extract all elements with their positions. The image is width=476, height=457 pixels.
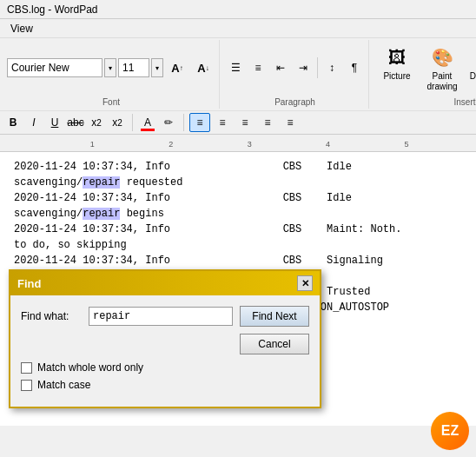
ruler-mark-1: 1: [90, 140, 95, 149]
ribbon-font-section: ▾ ▾ A↑ A↓ Font: [3, 40, 220, 109]
decrease-indent-btn[interactable]: ⇤: [270, 58, 291, 77]
highlight-repair-1: repair: [83, 176, 120, 189]
highlight-btn[interactable]: ✏: [159, 113, 178, 132]
find-body: Find what: Find Next Cancel Match whole …: [10, 295, 320, 407]
font-shrink-btn[interactable]: A↓: [191, 56, 215, 80]
match-whole-word-checkbox[interactable]: [21, 362, 32, 374]
ribbon-top-row: ▾ ▾ A↑ A↓ Font ☰ ≡ ⇤ ⇥ ↕ ¶ Paragra: [0, 38, 476, 110]
menu-bar: View: [0, 19, 476, 38]
match-case-row: Match case: [21, 379, 309, 391]
match-whole-word-label: Match whole word only: [37, 361, 143, 374]
picture-label: Picture: [383, 71, 410, 82]
italic-btn[interactable]: I: [24, 113, 43, 132]
ribbon-insert-section: 🖼 Picture 🎨 Paintdrawing 📅 Date andtime …: [371, 40, 476, 109]
doc-line-7: 2020-11-24 10:37:34, Info CBS Signaling: [14, 253, 462, 268]
list-bullets-btn[interactable]: ☰: [225, 58, 246, 77]
paragraph-mark-btn[interactable]: ¶: [344, 58, 365, 77]
font-name-input[interactable]: [7, 58, 102, 77]
superscript-btn[interactable]: x2: [87, 113, 106, 132]
ruler-mark-2: 2: [169, 140, 173, 149]
find-dialog-title: Find: [17, 277, 41, 290]
ruler-mark-4: 4: [326, 140, 330, 149]
find-title-bar: Find ✕: [10, 271, 320, 295]
ribbon-paragraph-top: ☰ ≡ ⇤ ⇥ ↕ ¶: [225, 40, 365, 96]
insert-datetime-btn[interactable]: 📅 Date andtime: [468, 43, 476, 92]
ribbon-insert-items: 🖼 Picture 🎨 Paintdrawing 📅 Date andtime …: [374, 40, 476, 96]
find-what-input[interactable]: [89, 307, 233, 326]
insert-picture-btn[interactable]: 🖼 Picture: [378, 43, 416, 92]
paragraph-section-label: Paragraph: [225, 96, 365, 109]
ribbon-format-row: B I U abc x2 x2 A ✏ ≡ ≡ ≡ ≡ ≡: [0, 110, 476, 134]
paint-icon: 🎨: [428, 43, 456, 71]
match-case-label: Match case: [37, 379, 90, 391]
insert-section-label: Insert: [374, 96, 476, 109]
title-bar: CBS.log - WordPad: [0, 0, 476, 19]
menu-view[interactable]: View: [3, 21, 40, 36]
find-cancel-row: Cancel: [21, 334, 309, 354]
doc-line-5: 2020-11-24 10:37:34, Info CBS Maint: Not…: [14, 222, 462, 237]
strikethrough-btn[interactable]: abc: [66, 113, 85, 132]
align-center-btn[interactable]: ≡: [212, 113, 233, 132]
doc-line-2: scavenging/repair requested: [14, 175, 462, 190]
line-spacing-btn[interactable]: ↕: [321, 58, 342, 77]
title-bar-text: CBS.log - WordPad: [7, 3, 98, 16]
find-cancel-btn[interactable]: Cancel: [240, 334, 309, 354]
ez-badge: EZ: [431, 412, 469, 450]
find-what-row: Find what: Find Next: [21, 306, 309, 327]
ruler-mark-3: 3: [248, 140, 252, 149]
ribbon-font-controls: ▾ ▾ A↑ A↓: [7, 40, 215, 96]
ruler: 1 2 3 4 5: [0, 135, 476, 152]
font-name-dropdown[interactable]: ▾: [104, 58, 116, 77]
insert-paint-btn[interactable]: 🎨 Paintdrawing: [423, 43, 461, 92]
ruler-inner: 1 2 3 4 5: [7, 135, 469, 151]
font-size-dropdown[interactable]: ▾: [151, 58, 163, 77]
doc-line-1: 2020-11-24 10:37:34, Info CBS Idle: [14, 159, 462, 175]
subscript-btn[interactable]: x2: [108, 113, 127, 132]
list-numbered-btn[interactable]: ≡: [248, 58, 268, 77]
find-close-btn[interactable]: ✕: [297, 275, 313, 291]
align-left-btn[interactable]: ≡: [189, 113, 210, 132]
format-divider1: [132, 114, 133, 131]
find-dialog: Find ✕ Find what: Find Next Cancel Match…: [9, 269, 321, 408]
bold-btn[interactable]: B: [3, 113, 23, 132]
doc-line-3: 2020-11-24 10:37:34, Info CBS Idle: [14, 190, 462, 206]
doc-line-6: to do, so skipping: [14, 237, 462, 253]
find-next-btn[interactable]: Find Next: [240, 306, 309, 327]
highlight-repair-2: repair: [83, 208, 120, 220]
underline-btn[interactable]: U: [45, 113, 64, 132]
font-grow-btn[interactable]: A↑: [165, 56, 189, 80]
align-extra-btn[interactable]: ≡: [280, 113, 301, 132]
paragraph-divider: [317, 57, 318, 78]
text-color-btn[interactable]: A: [138, 113, 157, 132]
doc-line-4: scavenging/repair begins: [14, 206, 462, 222]
picture-icon: 🖼: [383, 43, 411, 71]
datetime-label: Date andtime: [470, 71, 476, 92]
paint-label: Paintdrawing: [426, 71, 457, 92]
ribbon-paragraph-section: ☰ ≡ ⇤ ⇥ ↕ ¶ Paragraph: [221, 40, 369, 109]
align-justify-btn[interactable]: ≡: [257, 113, 278, 132]
font-section-label: Font: [7, 96, 215, 109]
ruler-mark-5: 5: [405, 140, 409, 149]
increase-indent-btn[interactable]: ⇥: [293, 58, 314, 77]
match-whole-word-row: Match whole word only: [21, 361, 309, 374]
ribbon: ▾ ▾ A↑ A↓ Font ☰ ≡ ⇤ ⇥ ↕ ¶ Paragra: [0, 38, 476, 135]
format-divider2: [183, 114, 184, 131]
align-right-btn[interactable]: ≡: [235, 113, 255, 132]
find-what-label: Find what:: [21, 310, 82, 322]
font-size-input[interactable]: [118, 58, 149, 77]
match-case-checkbox[interactable]: [21, 380, 32, 391]
